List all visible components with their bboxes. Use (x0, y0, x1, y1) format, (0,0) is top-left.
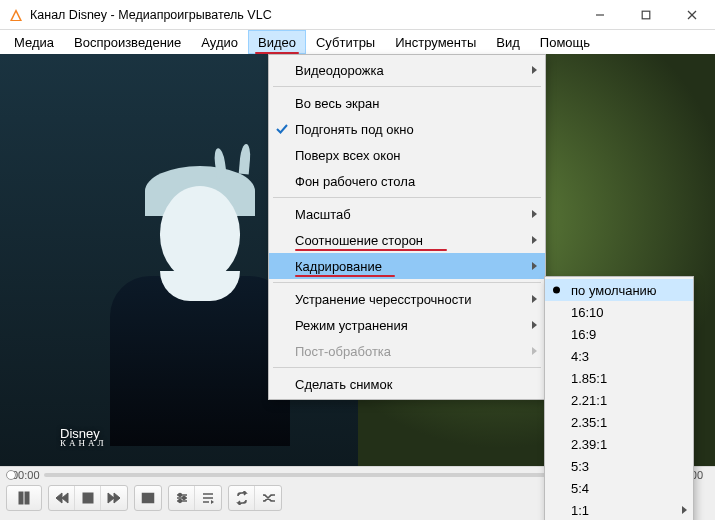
menu-label: Медиа (14, 35, 54, 50)
menu-label: Видео (258, 35, 296, 50)
chevron-right-icon (532, 66, 537, 74)
loop-button[interactable] (229, 486, 255, 510)
menu-item-label: Фон рабочего стола (295, 174, 415, 189)
menu-item-label: Пост-обработка (295, 344, 391, 359)
shuffle-button[interactable] (255, 486, 281, 510)
menu-item-label: Режим устранения (295, 318, 408, 333)
svg-marker-23 (211, 500, 214, 504)
menu-item-aspect-ratio[interactable]: Соотношение сторон (269, 227, 545, 253)
crop-option-1-1[interactable]: 1:1 (545, 499, 693, 520)
chevron-right-icon (532, 236, 537, 244)
seek-knob[interactable] (6, 470, 16, 480)
play-pause-button[interactable] (7, 486, 41, 510)
svg-marker-8 (56, 493, 62, 503)
svg-marker-9 (62, 493, 68, 503)
menu-label: Вид (496, 35, 520, 50)
menu-item-fullscreen[interactable]: Во весь экран (269, 90, 545, 116)
menu-label: Инструменты (395, 35, 476, 50)
menu-label: Субтитры (316, 35, 375, 50)
menubar: Медиа Воспроизведение Аудио Видео Субтит… (0, 30, 715, 54)
menu-separator (273, 282, 541, 283)
menu-label: Помощь (540, 35, 590, 50)
crop-option-5-3[interactable]: 5:3 (545, 455, 693, 477)
menu-separator (273, 197, 541, 198)
menu-item-crop[interactable]: Кадрирование (269, 253, 545, 279)
titlebar: Канал Disney - Медиапроигрыватель VLC (0, 0, 715, 30)
menu-video[interactable]: Видео (248, 30, 306, 54)
menu-audio[interactable]: Аудио (191, 30, 248, 54)
check-icon (275, 122, 289, 136)
submenu-item-label: 4:3 (571, 349, 589, 364)
svg-rect-7 (25, 492, 29, 504)
minimize-button[interactable] (577, 0, 623, 30)
svg-rect-3 (642, 11, 650, 19)
chevron-right-icon (532, 262, 537, 270)
crop-option-185-1[interactable]: 1.85:1 (545, 367, 693, 389)
menu-playback[interactable]: Воспроизведение (64, 30, 191, 54)
menu-item-postprocessing: Пост-обработка (269, 338, 545, 364)
menu-item-label: Соотношение сторон (295, 233, 423, 248)
chevron-right-icon (532, 295, 537, 303)
menu-item-wallpaper[interactable]: Фон рабочего стола (269, 168, 545, 194)
crop-option-239-1[interactable]: 2.39:1 (545, 433, 693, 455)
crop-submenu: по умолчанию 16:10 16:9 4:3 1.85:1 2.21:… (544, 276, 694, 520)
crop-option-221-1[interactable]: 2.21:1 (545, 389, 693, 411)
annotation-underline (295, 249, 447, 251)
fullscreen-button[interactable] (135, 486, 161, 510)
maximize-button[interactable] (623, 0, 669, 30)
chevron-right-icon (532, 210, 537, 218)
menu-help[interactable]: Помощь (530, 30, 600, 54)
submenu-item-label: 2.39:1 (571, 437, 607, 452)
crop-option-16-9[interactable]: 16:9 (545, 323, 693, 345)
next-button[interactable] (101, 486, 127, 510)
chevron-right-icon (532, 321, 537, 329)
chevron-right-icon (682, 506, 687, 514)
menu-item-label: Поверх всех окон (295, 148, 401, 163)
chevron-right-icon (532, 347, 537, 355)
annotation-underline (295, 275, 395, 277)
menu-item-deinterlace-mode[interactable]: Режим устранения (269, 312, 545, 338)
menu-item-label: Устранение чересстрочности (295, 292, 471, 307)
submenu-item-label: 16:10 (571, 305, 604, 320)
app-icon (8, 7, 24, 23)
channel-logo: Disney КАНАЛ (60, 415, 107, 448)
previous-button[interactable] (49, 486, 75, 510)
menu-item-zoom[interactable]: Масштаб (269, 201, 545, 227)
svg-point-17 (178, 494, 181, 497)
svg-point-18 (182, 497, 185, 500)
menu-item-deinterlace[interactable]: Устранение чересстрочности (269, 286, 545, 312)
submenu-item-label: 5:4 (571, 481, 589, 496)
submenu-item-label: 5:3 (571, 459, 589, 474)
stop-button[interactable] (75, 486, 101, 510)
playlist-button[interactable] (195, 486, 221, 510)
window-title: Канал Disney - Медиапроигрыватель VLC (30, 8, 577, 22)
menu-subtitles[interactable]: Субтитры (306, 30, 385, 54)
crop-option-default[interactable]: по умолчанию (545, 279, 693, 301)
crop-option-5-4[interactable]: 5:4 (545, 477, 693, 499)
menu-separator (273, 367, 541, 368)
menu-item-label: Масштаб (295, 207, 351, 222)
channel-logo-sub: КАНАЛ (60, 439, 107, 448)
crop-option-235-1[interactable]: 2.35:1 (545, 411, 693, 433)
svg-marker-12 (114, 493, 120, 503)
crop-option-4-3[interactable]: 4:3 (545, 345, 693, 367)
menu-item-fit-window[interactable]: Подгонять под окно (269, 116, 545, 142)
menu-item-video-track[interactable]: Видеодорожка (269, 57, 545, 83)
menu-item-always-on-top[interactable]: Поверх всех окон (269, 142, 545, 168)
radio-selected-icon (553, 287, 560, 294)
submenu-item-label: по умолчанию (571, 283, 657, 298)
svg-rect-10 (83, 493, 93, 503)
menu-view[interactable]: Вид (486, 30, 530, 54)
submenu-item-label: 2.35:1 (571, 415, 607, 430)
extended-settings-button[interactable] (169, 486, 195, 510)
menu-item-label: Сделать снимок (295, 377, 392, 392)
close-button[interactable] (669, 0, 715, 30)
submenu-item-label: 1.85:1 (571, 371, 607, 386)
menu-tools[interactable]: Инструменты (385, 30, 486, 54)
menu-item-snapshot[interactable]: Сделать снимок (269, 371, 545, 397)
menu-item-label: Во весь экран (295, 96, 379, 111)
crop-option-16-10[interactable]: 16:10 (545, 301, 693, 323)
menu-media[interactable]: Медиа (4, 30, 64, 54)
svg-point-19 (178, 500, 181, 503)
menu-label: Аудио (201, 35, 238, 50)
